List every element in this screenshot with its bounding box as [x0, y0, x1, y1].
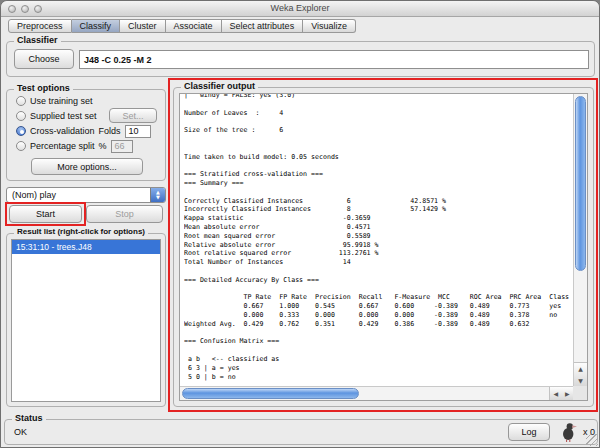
- tab-classify[interactable]: Classify: [72, 19, 121, 33]
- radio-use-training-set[interactable]: Use training set: [16, 95, 93, 107]
- classifier-config-field[interactable]: J48 -C 0.25 -M 2: [79, 50, 589, 69]
- result-list-section-label: Result list (right-click for options): [14, 227, 148, 236]
- result-list-item[interactable]: 15:31:10 - trees.J48: [12, 240, 160, 254]
- class-attribute-value: (Nom) play: [12, 188, 56, 202]
- arrow-left-icon[interactable]: ◀: [553, 390, 558, 397]
- close-window-button[interactable]: [8, 5, 16, 13]
- tab-cluster[interactable]: Cluster: [120, 19, 166, 33]
- choose-button[interactable]: Choose: [14, 49, 74, 69]
- scrollbar-corner: [573, 386, 587, 400]
- zoom-window-button[interactable]: [34, 5, 42, 13]
- folds-label: Folds: [99, 126, 121, 136]
- radio-label: Supplied test set: [30, 111, 97, 121]
- classifier-output-text[interactable]: | windy = FALSE: yes (3.0) Number of Lea…: [184, 93, 571, 385]
- radio-percentage-split[interactable]: Percentage split % 66: [16, 140, 133, 152]
- folds-input[interactable]: 10: [125, 125, 151, 138]
- classifier-section-label: Classifier: [14, 35, 61, 45]
- radio-circle-icon: [16, 141, 26, 151]
- radio-supplied-test-set[interactable]: Supplied test set: [16, 110, 97, 122]
- chevron-up-down-icon: ▲▼: [150, 188, 165, 202]
- title-bar: Weka Explorer: [1, 1, 599, 17]
- radio-label: Use training set: [30, 96, 93, 106]
- result-list-section: Result list (right-click for options) 15…: [6, 233, 166, 407]
- weka-explorer-window: Weka Explorer Preprocess Classify Cluste…: [0, 0, 600, 448]
- result-list: 15:31:10 - trees.J48: [11, 239, 161, 402]
- class-attribute-dropdown[interactable]: (Nom) play ▲▼: [6, 187, 166, 203]
- weka-bird-icon: [561, 422, 577, 446]
- arrow-right-icon[interactable]: ▶: [565, 390, 570, 397]
- minimize-window-button[interactable]: [21, 5, 29, 13]
- test-options-section: Test options Use training set Supplied t…: [6, 89, 166, 181]
- test-options-section-label: Test options: [14, 83, 73, 93]
- stop-button[interactable]: Stop: [86, 205, 163, 223]
- vertical-scroll-arrows: ▲ ▼: [574, 362, 587, 386]
- vertical-scrollbar-thumb[interactable]: [575, 96, 586, 271]
- radio-label: Percentage split: [30, 141, 95, 151]
- status-text: OK: [14, 420, 27, 444]
- radio-selected-icon: [16, 126, 26, 136]
- start-button[interactable]: Start: [9, 205, 82, 223]
- classifier-section: Classifier Choose J48 -C 0.25 -M 2: [6, 41, 595, 77]
- classifier-output-section-label: Classifier output: [181, 81, 258, 91]
- radio-cross-validation[interactable]: Cross-validation Folds 10: [16, 125, 151, 137]
- window-controls: [8, 5, 42, 13]
- tab-preprocess[interactable]: Preprocess: [8, 19, 72, 33]
- horizontal-scrollbar[interactable]: ◀ ▶: [180, 386, 573, 400]
- arrow-down-icon[interactable]: ▼: [578, 377, 583, 384]
- tab-select-attributes[interactable]: Select attributes: [222, 19, 304, 33]
- window-title: Weka Explorer: [1, 1, 599, 16]
- radio-circle-icon: [16, 96, 26, 106]
- classifier-output-panel: | windy = FALSE: yes (3.0) Number of Lea…: [179, 93, 588, 401]
- tab-associate[interactable]: Associate: [166, 19, 222, 33]
- horizontal-scrollbar-thumb[interactable]: [182, 388, 359, 399]
- arrow-up-icon[interactable]: ▲: [578, 365, 583, 372]
- horizontal-scroll-arrows: ◀ ▶: [549, 387, 573, 400]
- tab-visualize[interactable]: Visualize: [303, 19, 356, 33]
- percent-label: %: [99, 141, 107, 151]
- percentage-split-input[interactable]: 66: [111, 140, 133, 153]
- tab-bar: Preprocess Classify Cluster Associate Se…: [8, 19, 356, 33]
- vertical-scrollbar[interactable]: ▲ ▼: [573, 94, 587, 386]
- set-test-set-button[interactable]: Set...: [109, 108, 157, 123]
- more-options-button[interactable]: More options...: [31, 158, 143, 175]
- resize-grip[interactable]: [586, 434, 598, 446]
- radio-label: Cross-validation: [30, 126, 95, 136]
- classifier-output-section: Classifier output | windy = FALSE: yes (…: [173, 87, 594, 407]
- log-button[interactable]: Log: [508, 423, 550, 441]
- status-section: Status OK Log x 0: [4, 419, 598, 445]
- radio-circle-icon: [16, 111, 26, 121]
